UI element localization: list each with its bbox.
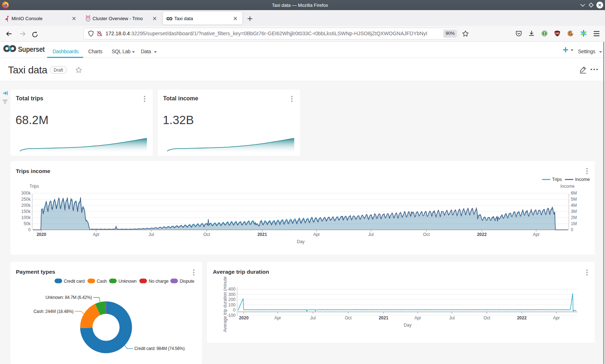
svg-text:0: 0 — [571, 227, 573, 232]
svg-text:4M: 4M — [571, 203, 577, 208]
svg-text:-100: -100 — [227, 313, 236, 318]
svg-text:300: 300 — [228, 292, 236, 297]
svg-text:Dispute: Dispute — [180, 279, 194, 284]
svg-text:300k: 300k — [21, 191, 31, 196]
svg-text:2M: 2M — [571, 215, 577, 220]
svg-text:Jul: Jul — [368, 232, 373, 237]
svg-text:Trips: Trips — [552, 177, 562, 182]
svg-text:2020: 2020 — [239, 315, 249, 320]
svg-text:Jul: Jul — [449, 315, 454, 320]
svg-text:Oct: Oct — [423, 232, 430, 237]
svg-text:Oct: Oct — [203, 232, 210, 237]
svg-text:Oct: Oct — [345, 315, 352, 320]
svg-text:150k: 150k — [21, 209, 31, 214]
svg-text:Trips income: Trips income — [16, 168, 50, 174]
svg-text:2022: 2022 — [517, 315, 527, 320]
svg-text:2021: 2021 — [257, 232, 267, 237]
svg-text:100k: 100k — [21, 215, 31, 220]
svg-text:100: 100 — [228, 302, 236, 308]
svg-text:Income: Income — [560, 184, 575, 189]
svg-text:1M: 1M — [571, 221, 577, 226]
svg-text:5M: 5M — [571, 197, 577, 202]
svg-text:2020: 2020 — [37, 232, 46, 237]
svg-text:0: 0 — [233, 308, 236, 313]
svg-text:400: 400 — [228, 287, 236, 292]
svg-text:Apr: Apr — [93, 232, 100, 237]
svg-text:Unknown: 84.7M (6.42%): Unknown: 84.7M (6.42%) — [45, 295, 92, 300]
svg-text:200: 200 — [228, 297, 236, 302]
svg-text:Apr: Apr — [533, 232, 540, 237]
svg-text:Trips: Trips — [30, 184, 39, 189]
svg-text:Average trip duration (minute: Average trip duration (minute — [223, 276, 228, 332]
svg-text:50k: 50k — [24, 221, 31, 226]
svg-text:3M: 3M — [571, 209, 577, 214]
svg-text:0: 0 — [28, 227, 31, 232]
svg-text:200k: 200k — [21, 203, 31, 208]
svg-text:Cash: 244M (18.48%): Cash: 244M (18.48%) — [33, 309, 73, 314]
svg-text:Day: Day — [297, 239, 304, 244]
svg-text:Payment types: Payment types — [16, 269, 55, 275]
svg-text:2022: 2022 — [477, 232, 487, 237]
svg-text:Credit card: 984M (74.56%): Credit card: 984M (74.56%) — [134, 346, 185, 351]
svg-text:250k: 250k — [21, 197, 31, 202]
svg-text:Apr: Apr — [313, 232, 320, 237]
svg-text:Apr: Apr — [553, 315, 560, 320]
svg-text:Day: Day — [404, 323, 411, 328]
svg-text:Oct: Oct — [484, 315, 490, 320]
svg-text:Jul: Jul — [148, 232, 154, 237]
svg-text:Apr: Apr — [274, 315, 281, 320]
svg-text:6M: 6M — [571, 191, 577, 196]
svg-text:2021: 2021 — [379, 315, 389, 320]
svg-text:Income: Income — [575, 177, 590, 182]
svg-text:Apr: Apr — [414, 315, 421, 320]
svg-text:Unknown: Unknown — [118, 279, 136, 284]
svg-text:Credit card: Credit card — [64, 279, 85, 284]
svg-text:Cash: Cash — [97, 279, 107, 284]
svg-text:No charge: No charge — [149, 279, 169, 284]
svg-text:Average trip duration: Average trip duration — [213, 269, 269, 275]
svg-text:Jul: Jul — [310, 315, 315, 320]
svg-text:UO: UO — [555, 32, 559, 35]
